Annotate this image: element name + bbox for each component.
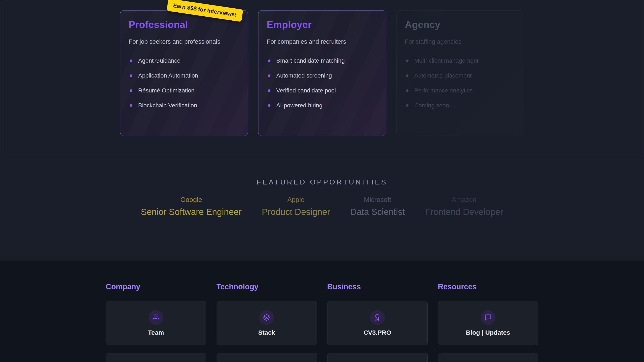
job-company: Amazon [425,196,503,203]
bullet-dot-icon [268,59,270,62]
footer-column-technology: Technology Stack [216,283,317,345]
footer-column-resources: Resources Blog | Updates [438,283,538,345]
job-role: Data Scientist [350,207,405,217]
bullet-dot-icon [268,104,270,107]
feature-item: Application Automation [129,72,239,79]
feature-label: Application Automation [138,72,198,79]
footer-headers-and-cards: Company Team Technology Sta [106,283,538,345]
footer-card-cutoff[interactable] [216,353,317,362]
feature-label: Multi-client management [414,57,478,64]
bullet-dot-icon [130,89,132,92]
footer-section: Company Team Technology Sta [0,261,644,362]
featured-jobs-row: Google Senior Software Engineer Apple Pr… [0,196,644,217]
footer-column-header: Business [327,283,428,291]
job-company: Google [141,196,242,203]
feature-item: Blockchain Verification [129,102,239,109]
footer-card-cutoff[interactable] [438,353,538,362]
feature-item: Coming soon... [405,102,516,109]
feature-label: Coming soon... [414,102,454,109]
job-item-apple[interactable]: Apple Product Designer [262,196,330,217]
plan-feature-list: Agent Guidance Application Automation Ré… [129,57,239,109]
job-company: Microsoft [350,196,405,203]
feature-item: Automated screening [267,72,377,79]
job-item-amazon[interactable]: Amazon Frontend Developer [425,196,503,217]
feature-item: Automated placement [405,72,516,79]
footer-column-header: Technology [216,283,317,291]
spacer-strip [0,240,644,261]
feature-item: Smart candidate matching [267,57,377,64]
plan-title: Employer [267,19,377,30]
footer-card-cutoff[interactable] [106,353,206,362]
footer-card-label: Stack [258,329,275,336]
footer-card-cutoff[interactable] [327,353,428,362]
footer-card-label: Blog | Updates [466,329,510,336]
message-icon [481,310,496,325]
feature-item: Performance analytics [405,87,516,94]
feature-label: Automated placement [414,72,472,79]
bullet-dot-icon [406,89,408,92]
feature-label: Verified candidate pool [276,87,336,94]
feature-item: AI-powered hiring [267,102,377,109]
feature-label: Agent Guidance [138,57,180,64]
footer-card-team[interactable]: Team [106,301,206,345]
users-icon [148,310,163,325]
plan-card-professional[interactable]: Earn $$$ for Interviews! Professional Fo… [120,10,248,136]
plan-cards-row: Earn $$$ for Interviews! Professional Fo… [0,10,644,136]
featured-opportunities-section: FEATURED OPPORTUNITIES Google Senior Sof… [0,157,644,240]
bullet-dot-icon [406,104,408,107]
feature-item: Agent Guidance [129,57,239,64]
feature-item: Résumé Optimization [129,87,239,94]
footer-column-header: Company [106,283,206,291]
footer-card-label: CV3.PRO [364,329,391,336]
plan-feature-list: Multi-client management Automated placem… [405,57,516,109]
plan-subtitle: For companies and recruiters [267,38,377,45]
featured-title: FEATURED OPPORTUNITIES [0,178,644,186]
job-role: Frontend Developer [425,207,503,217]
plan-subtitle: For staffing agencies [405,38,516,45]
bullet-dot-icon [130,74,132,77]
job-role: Product Designer [262,207,330,217]
job-company: Apple [262,196,330,203]
plan-subtitle: For job seekers and professionals [129,38,239,45]
feature-label: Blockchain Verification [138,102,197,109]
feature-item: Multi-client management [405,57,516,64]
footer-cards-row-2 [106,353,538,362]
feature-label: Performance analytics [414,87,473,94]
award-icon [370,310,385,325]
bullet-dot-icon [268,74,270,77]
job-item-microsoft[interactable]: Microsoft Data Scientist [350,196,405,217]
plan-title: Professional [129,19,239,30]
plan-title: Agency [405,19,516,30]
footer-card-label: Team [148,329,164,336]
earn-interviews-badge: Earn $$$ for Interviews! [166,0,243,22]
footer-column-company: Company Team [106,283,206,345]
footer-column-header: Resources [438,283,538,291]
user-type-section: Earn $$$ for Interviews! Professional Fo… [0,0,644,157]
bullet-dot-icon [406,74,408,77]
plan-card-employer[interactable]: Employer For companies and recruiters Sm… [258,10,386,136]
plan-feature-list: Smart candidate matching Automated scree… [267,57,377,109]
feature-label: Automated screening [276,72,332,79]
feature-label: AI-powered hiring [276,102,322,109]
bullet-dot-icon [268,89,270,92]
feature-label: Smart candidate matching [276,57,345,64]
footer-column-business: Business CV3.PRO [327,283,428,345]
feature-label: Résumé Optimization [138,87,195,94]
job-item-google[interactable]: Google Senior Software Engineer [141,196,242,217]
layers-icon [259,310,274,325]
bullet-dot-icon [130,59,132,62]
job-role: Senior Software Engineer [141,207,242,217]
footer-card-blog[interactable]: Blog | Updates [438,301,538,345]
feature-item: Verified candidate pool [267,87,377,94]
bullet-dot-icon [406,59,408,62]
footer-card-stack[interactable]: Stack [216,301,317,345]
bullet-dot-icon [130,104,132,107]
footer-card-cv3pro[interactable]: CV3.PRO [327,301,428,345]
plan-card-agency: Agency For staffing agencies Multi-clien… [396,10,524,136]
